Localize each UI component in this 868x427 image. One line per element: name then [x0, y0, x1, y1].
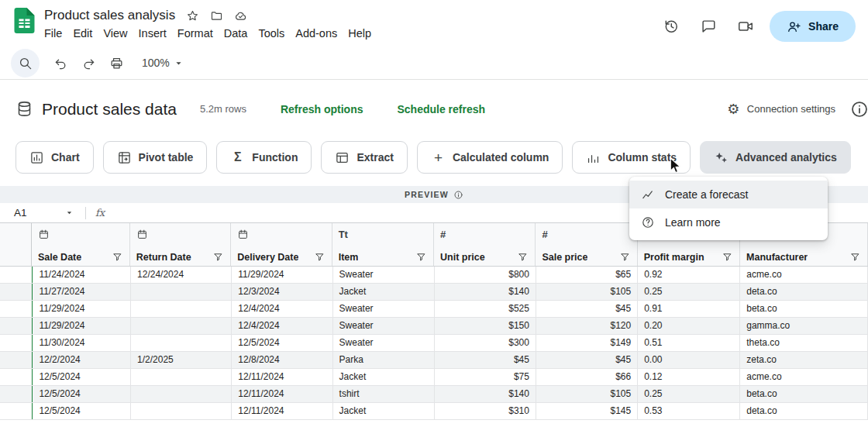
action-chart[interactable]: Chart [16, 141, 94, 174]
table-cell[interactable]: 12/4/2024 [232, 301, 332, 317]
column-header-sale-price[interactable]: #Sale price [536, 223, 637, 266]
refresh-options-link[interactable]: Refresh options [281, 103, 363, 115]
table-cell[interactable]: 12/2/2024 [33, 352, 131, 368]
table-cell[interactable]: $45 [435, 352, 536, 368]
folder-icon[interactable] [210, 9, 223, 22]
menu-data[interactable]: Data [219, 26, 253, 41]
document-title[interactable]: Product sales analysis [44, 8, 175, 23]
table-cell[interactable]: $120 [536, 318, 638, 334]
table-cell[interactable]: acme.co [740, 267, 868, 283]
action-pivot-table[interactable]: Pivot table [103, 141, 208, 174]
menu-item-learn-more[interactable]: Learn more [629, 208, 828, 236]
table-cell[interactable]: 11/24/2024 [33, 267, 131, 283]
table-cell[interactable]: 12/11/2024 [232, 403, 332, 419]
history-icon[interactable] [663, 18, 680, 35]
menu-file[interactable]: File [39, 26, 67, 41]
cloud-icon[interactable] [234, 9, 247, 22]
table-cell[interactable]: 12/5/2024 [232, 335, 332, 351]
menu-tools[interactable]: Tools [253, 26, 290, 41]
table-cell[interactable]: 12/24/2024 [131, 267, 232, 283]
info-icon[interactable] [453, 190, 463, 200]
table-cell[interactable]: 11/29/2024 [232, 267, 332, 283]
action-advanced-analytics[interactable]: Advanced analytics [700, 141, 851, 174]
table-cell[interactable] [131, 284, 232, 300]
table-cell[interactable]: 0.91 [638, 301, 740, 317]
table-cell[interactable]: deta.co [740, 284, 868, 300]
cell-reference-box[interactable]: A1 [0, 207, 79, 219]
menu-format[interactable]: Format [172, 26, 219, 41]
share-button[interactable]: Share [770, 11, 856, 42]
table-cell[interactable]: gamma.co [740, 318, 868, 334]
table-cell[interactable]: deta.co [740, 403, 868, 419]
table-cell[interactable]: 0.20 [638, 318, 740, 334]
star-icon[interactable] [186, 9, 199, 22]
table-cell[interactable]: 12/11/2024 [232, 386, 332, 402]
filter-icon[interactable] [849, 251, 861, 263]
table-cell[interactable] [131, 403, 232, 419]
table-cell[interactable]: $800 [435, 267, 536, 283]
table-cell[interactable]: theta.co [740, 335, 868, 351]
column-header-item[interactable]: TtItem [332, 223, 434, 266]
sheets-logo-icon[interactable] [14, 8, 35, 33]
table-cell[interactable]: Sweater [333, 301, 435, 317]
table-cell[interactable]: 0.92 [638, 267, 740, 283]
table-cell[interactable] [131, 318, 232, 334]
table-cell[interactable]: beta.co [740, 386, 868, 402]
table-cell[interactable]: Jacket [333, 284, 435, 300]
print-button[interactable] [105, 51, 128, 74]
table-cell[interactable]: Jacket [333, 369, 435, 385]
table-cell[interactable] [131, 369, 232, 385]
table-cell[interactable]: $149 [536, 335, 638, 351]
filter-icon[interactable] [314, 251, 326, 263]
action-function[interactable]: ΣFunction [216, 141, 312, 174]
column-header-delivery-date[interactable]: Delivery Date [231, 223, 332, 266]
table-cell[interactable]: $105 [536, 284, 638, 300]
table-cell[interactable]: 12/5/2024 [33, 403, 131, 419]
menu-help[interactable]: Help [343, 26, 377, 41]
table-cell[interactable]: 1/2/2025 [131, 352, 232, 368]
column-header-return-date[interactable]: Return Date [130, 223, 231, 266]
comment-icon[interactable] [700, 18, 717, 35]
table-cell[interactable]: 12/5/2024 [33, 386, 131, 402]
info-icon[interactable] [849, 99, 868, 119]
menu-add-ons[interactable]: Add-ons [290, 26, 343, 41]
table-cell[interactable]: Sweater [333, 267, 435, 283]
table-cell[interactable]: 12/11/2024 [232, 369, 332, 385]
column-header-unit-price[interactable]: #Unit price [434, 223, 536, 266]
table-cell[interactable]: zeta.co [740, 352, 868, 368]
table-cell[interactable]: 11/29/2024 [33, 301, 131, 317]
table-cell[interactable]: $75 [435, 369, 536, 385]
table-cell[interactable]: 12/4/2024 [232, 318, 332, 334]
filter-icon[interactable] [212, 251, 224, 263]
table-cell[interactable]: $525 [435, 301, 536, 317]
table-cell[interactable]: 11/30/2024 [33, 335, 131, 351]
filter-icon[interactable] [415, 251, 427, 263]
table-cell[interactable]: Sweater [333, 318, 435, 334]
table-cell[interactable]: 0.00 [638, 352, 740, 368]
redo-button[interactable] [77, 51, 100, 74]
table-cell[interactable]: Jacket [333, 403, 435, 419]
menu-view[interactable]: View [98, 26, 133, 41]
menu-item-create-a-forecast[interactable]: Create a forecast [629, 181, 828, 208]
zoom-control[interactable]: 100% [142, 57, 184, 69]
table-cell[interactable]: 0.25 [638, 386, 740, 402]
filter-icon[interactable] [112, 251, 123, 263]
filter-icon[interactable] [517, 251, 529, 263]
search-button[interactable] [11, 49, 40, 77]
action-column-stats[interactable]: Column stats [572, 141, 691, 174]
table-cell[interactable]: 0.25 [638, 284, 740, 300]
table-cell[interactable]: 0.51 [638, 335, 740, 351]
table-cell[interactable]: 12/8/2024 [232, 352, 332, 368]
table-cell[interactable]: acme.co [740, 369, 868, 385]
table-cell[interactable]: $45 [536, 301, 638, 317]
menu-edit[interactable]: Edit [67, 26, 98, 41]
table-cell[interactable]: $105 [536, 386, 638, 402]
table-cell[interactable]: $140 [435, 284, 536, 300]
table-cell[interactable]: $66 [536, 369, 638, 385]
table-cell[interactable]: $300 [435, 335, 536, 351]
filter-icon[interactable] [722, 251, 733, 263]
column-header-sale-date[interactable]: Sale Date [32, 223, 130, 266]
connection-settings-button[interactable]: ⚙ Connection settings [726, 102, 835, 116]
action-calculated-column[interactable]: +Calculated column [417, 141, 563, 174]
table-cell[interactable]: $140 [435, 386, 536, 402]
